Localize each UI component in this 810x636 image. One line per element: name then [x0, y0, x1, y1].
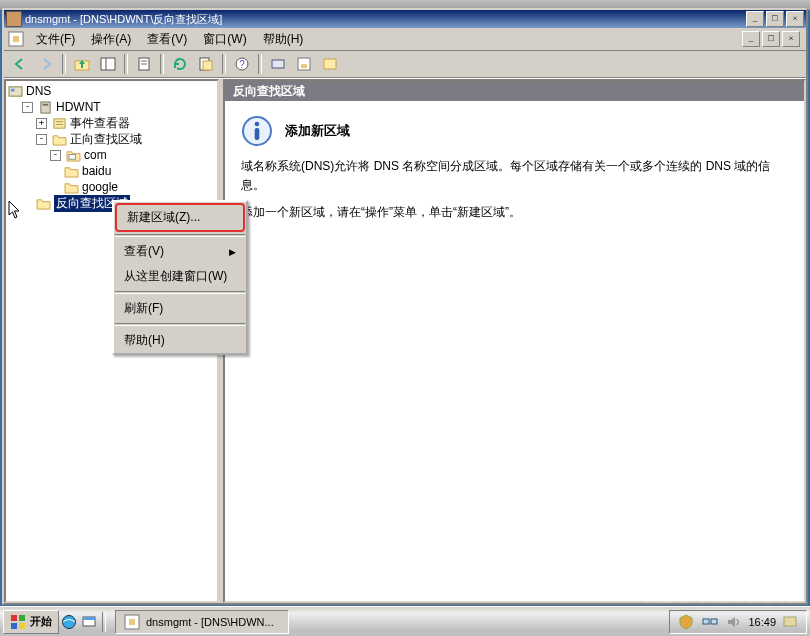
info-paragraph-1: 域名称系统(DNS)允许将 DNS 名称空间分成区域。每个区域存储有关一个或多个…: [241, 157, 788, 195]
svg-rect-15: [324, 59, 336, 69]
svg-rect-19: [43, 103, 49, 105]
taskbar-separator: [102, 612, 106, 632]
dns-tool-3-button[interactable]: [318, 52, 342, 76]
tree-node-forward-zones[interactable]: - 正向查找区域: [36, 131, 215, 147]
show-hide-tree-button[interactable]: [96, 52, 120, 76]
context-menu: 新建区域(Z)... 查看(V)▶ 从这里创建窗口(W) 刷新(F) 帮助(H): [112, 200, 248, 355]
tray-clock[interactable]: 16:49: [748, 616, 776, 628]
toolbar-separator: [62, 54, 66, 74]
svg-rect-33: [83, 617, 95, 620]
context-menu-separator: [115, 323, 245, 326]
tree-node-com[interactable]: - com: [50, 147, 215, 163]
ctx-new-zone[interactable]: 新建区域(Z)...: [115, 203, 245, 232]
mmc-icon: [6, 11, 22, 27]
windows-flag-icon: [10, 614, 26, 630]
svg-rect-28: [19, 615, 25, 621]
toolbar-separator: [222, 54, 226, 74]
toolbar-separator: [160, 54, 164, 74]
taskbar-entry-label: dnsmgmt - [DNS\HDWN...: [146, 616, 274, 628]
content-header: 反向查找区域: [225, 81, 804, 101]
close-button[interactable]: ×: [786, 11, 804, 27]
zone-icon: [66, 149, 81, 162]
folder-icon: [64, 165, 79, 178]
ie-icon[interactable]: [61, 614, 77, 630]
collapse-icon[interactable]: -: [50, 150, 61, 161]
minimize-button[interactable]: _: [746, 11, 764, 27]
tray-volume-icon[interactable]: [726, 614, 742, 630]
window-titlebar[interactable]: dnsmgmt - [DNS\HDWNT\反向查找区域] _ □ ×: [4, 10, 806, 28]
tree-label: HDWNT: [56, 100, 101, 114]
properties-button[interactable]: [132, 52, 156, 76]
refresh-button[interactable]: [168, 52, 192, 76]
up-one-level-button[interactable]: [70, 52, 94, 76]
export-list-button[interactable]: [194, 52, 218, 76]
taskbar: 开始 dnsmgmt - [DNS\HDWN... 16:49: [0, 606, 810, 636]
tree-label: 事件查看器: [70, 115, 130, 132]
server-icon: [38, 101, 53, 114]
svg-rect-30: [19, 623, 25, 629]
event-viewer-icon: [52, 117, 67, 130]
dns-root-icon: [8, 85, 23, 98]
menubar: 文件(F) 操作(A) 查看(V) 窗口(W) 帮助(H) _ □ ×: [4, 28, 806, 51]
dns-tool-1-button[interactable]: [266, 52, 290, 76]
maximize-button[interactable]: □: [766, 11, 784, 27]
mmc-icon: [124, 614, 140, 630]
forward-button[interactable]: [34, 52, 58, 76]
mdi-minimize-button[interactable]: _: [742, 31, 760, 47]
tree-node-event-viewer[interactable]: + 事件查看器: [36, 115, 215, 131]
collapse-icon[interactable]: -: [22, 102, 33, 113]
show-desktop-icon[interactable]: [81, 614, 97, 630]
tree-label: DNS: [26, 84, 51, 98]
ctx-view[interactable]: 查看(V)▶: [114, 239, 246, 264]
help-button[interactable]: ?: [230, 52, 254, 76]
ctx-help[interactable]: 帮助(H): [114, 328, 246, 353]
menu-view[interactable]: 查看(V): [139, 29, 195, 50]
context-menu-separator: [115, 234, 245, 237]
tree-label: com: [84, 148, 107, 162]
start-button[interactable]: 开始: [3, 610, 59, 634]
svg-rect-3: [101, 58, 115, 70]
back-button[interactable]: [8, 52, 32, 76]
tree-label: baidu: [82, 164, 111, 178]
tray-security-icon[interactable]: [678, 614, 694, 630]
tray-desktop-icon[interactable]: [782, 614, 798, 630]
svg-rect-9: [203, 61, 212, 70]
toolbar-separator: [124, 54, 128, 74]
taskbar-entry-dnsmgmt[interactable]: dnsmgmt - [DNS\HDWN...: [115, 610, 289, 634]
tree-node-baidu[interactable]: baidu: [64, 163, 215, 179]
folder-open-icon: [36, 197, 51, 210]
mdi-restore-button[interactable]: □: [762, 31, 780, 47]
tree-node-dns-root[interactable]: DNS: [8, 83, 215, 99]
expand-icon[interactable]: +: [36, 118, 47, 129]
mdi-close-button[interactable]: ×: [782, 31, 800, 47]
ctx-refresh[interactable]: 刷新(F): [114, 296, 246, 321]
dns-tool-2-button[interactable]: [292, 52, 316, 76]
collapse-icon[interactable]: -: [36, 134, 47, 145]
svg-point-31: [63, 615, 76, 628]
ctx-item-label: 新建区域(Z)...: [127, 209, 200, 226]
menu-window[interactable]: 窗口(W): [195, 29, 254, 50]
info-paragraph-2: 添加一个新区域，请在“操作”菜单，单击“新建区域”。: [241, 203, 788, 222]
svg-rect-14: [301, 64, 307, 68]
ctx-new-window[interactable]: 从这里创建窗口(W): [114, 264, 246, 289]
folder-icon: [64, 181, 79, 194]
svg-rect-26: [255, 128, 260, 140]
svg-rect-1: [13, 36, 19, 42]
ctx-item-label: 帮助(H): [124, 332, 165, 349]
menu-file[interactable]: 文件(F): [28, 29, 83, 50]
svg-rect-29: [11, 623, 17, 629]
tree-node-server[interactable]: - HDWNT: [22, 99, 215, 115]
menu-action[interactable]: 操作(A): [83, 29, 139, 50]
svg-rect-35: [129, 619, 135, 625]
svg-point-25: [255, 122, 260, 127]
toolbar: ?: [4, 51, 806, 78]
ctx-item-label: 从这里创建窗口(W): [124, 268, 227, 285]
info-icon: [241, 115, 273, 147]
tree-node-google[interactable]: google: [64, 179, 215, 195]
ctx-item-label: 查看(V): [124, 243, 164, 260]
content-body: 添加新区域 域名称系统(DNS)允许将 DNS 名称空间分成区域。每个区域存储有…: [225, 101, 804, 601]
tray-network-icon[interactable]: [702, 614, 718, 630]
svg-rect-37: [711, 619, 717, 624]
system-tray[interactable]: 16:49: [669, 610, 807, 634]
menu-help[interactable]: 帮助(H): [255, 29, 312, 50]
